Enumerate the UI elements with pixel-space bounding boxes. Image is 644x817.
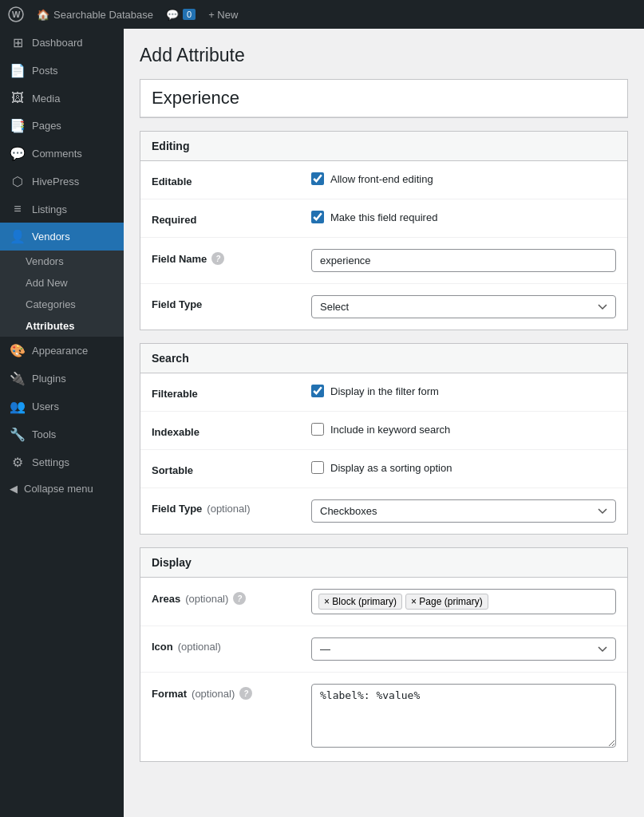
- site-name-link[interactable]: 🏠 Searchable Database: [37, 9, 153, 21]
- search-section-title: Search: [140, 344, 627, 373]
- plugins-icon: 🔌: [10, 371, 26, 386]
- sidebar-submenu: Vendors Add New Categories Attributes: [0, 251, 124, 337]
- tools-icon: 🔧: [10, 427, 26, 442]
- svg-text:W: W: [12, 10, 21, 19]
- editable-row: Editable Allow front-end editing: [140, 161, 627, 199]
- sidebar-item-settings[interactable]: ⚙ Settings: [0, 448, 124, 476]
- posts-icon: 📄: [10, 63, 26, 78]
- sidebar-item-label: Listings: [32, 203, 67, 215]
- sidebar-item-plugins[interactable]: 🔌 Plugins: [0, 365, 124, 393]
- required-checkbox-row: Make this field required: [311, 211, 616, 223]
- sidebar-item-label: Vendors: [32, 231, 70, 243]
- editable-checkbox-row: Allow front-end editing: [311, 172, 616, 185]
- editable-control: Allow front-end editing: [311, 172, 616, 185]
- filterable-control: Display in the filter form: [311, 385, 616, 397]
- indexable-checkbox-row: Include in keyword search: [311, 423, 616, 436]
- sidebar-item-label: Tools: [32, 428, 56, 440]
- sortable-row: Sortable Display as a sorting option: [140, 450, 627, 488]
- areas-help-icon[interactable]: ?: [233, 592, 246, 605]
- required-control: Make this field required: [311, 211, 616, 223]
- areas-tags-input[interactable]: × Block (primary) × Page (primary): [311, 589, 616, 614]
- sidebar-item-label: Posts: [32, 65, 58, 77]
- sidebar-item-users[interactable]: 👥 Users: [0, 393, 124, 420]
- comments-link[interactable]: 💬 0: [166, 9, 196, 21]
- editing-section-title: Editing: [140, 132, 627, 161]
- areas-optional: (optional): [185, 593, 228, 605]
- comments-nav-icon: 💬: [10, 146, 26, 161]
- filterable-row: Filterable Display in the filter form: [140, 373, 627, 412]
- field-name-input[interactable]: [311, 249, 616, 272]
- users-icon: 👥: [10, 399, 26, 414]
- editable-checkbox[interactable]: [311, 172, 324, 185]
- sortable-control: Display as a sorting option: [311, 461, 616, 474]
- field-name-label: Field Name ?: [152, 249, 311, 265]
- sidebar-sub-item-attributes[interactable]: Attributes: [0, 315, 124, 337]
- field-type-search-select[interactable]: Checkboxes: [311, 499, 616, 523]
- format-textarea[interactable]: %label%: %value%: [311, 684, 616, 748]
- areas-row: Areas (optional) ? × Block (primary) × P…: [140, 578, 627, 626]
- new-content-link[interactable]: + New: [208, 9, 238, 21]
- sidebar-item-vendors[interactable]: 👤 Vendors: [0, 223, 124, 251]
- page-title: Add Attribute: [140, 45, 628, 66]
- icon-label: Icon (optional): [152, 637, 311, 653]
- editable-checkbox-label: Allow front-end editing: [330, 173, 433, 185]
- search-section: Search Filterable Display in the filter …: [140, 343, 628, 535]
- field-type-editing-control: Select: [311, 295, 616, 318]
- format-help-icon[interactable]: ?: [239, 687, 252, 700]
- icon-control: —: [311, 637, 616, 661]
- main-content: Add Attribute Editing Editable Allow fro…: [124, 29, 644, 817]
- icon-optional: (optional): [178, 641, 221, 653]
- field-type-editing-label: Field Type: [152, 295, 311, 310]
- sortable-checkbox[interactable]: [311, 461, 324, 474]
- field-type-editing-select[interactable]: Select: [311, 295, 616, 318]
- attribute-title-input[interactable]: [140, 80, 627, 117]
- sidebar-item-posts[interactable]: 📄 Posts: [0, 57, 124, 85]
- sidebar-item-tools[interactable]: 🔧 Tools: [0, 420, 124, 448]
- sidebar-sub-item-categories[interactable]: Categories: [0, 294, 124, 315]
- sidebar-item-label: Comments: [32, 148, 82, 160]
- sidebar-item-hivepress[interactable]: ⬡ HivePress: [0, 168, 124, 195]
- sidebar-item-media[interactable]: 🖼 Media: [0, 85, 124, 112]
- settings-icon: ⚙: [10, 455, 26, 470]
- required-checkbox[interactable]: [311, 211, 324, 223]
- indexable-checkbox[interactable]: [311, 423, 324, 436]
- appearance-icon: 🎨: [10, 343, 26, 358]
- required-row: Required Make this field required: [140, 199, 627, 238]
- sidebar-sub-item-vendors[interactable]: Vendors: [0, 251, 124, 272]
- title-card: [140, 79, 628, 118]
- filterable-label: Filterable: [152, 385, 311, 400]
- media-icon: 🖼: [10, 91, 26, 105]
- admin-bar: W 🏠 Searchable Database 💬 0 + New: [0, 0, 644, 29]
- filterable-checkbox[interactable]: [311, 385, 324, 397]
- sidebar-item-dashboard[interactable]: ⊞ Dashboard: [0, 29, 124, 57]
- wp-logo-link[interactable]: W: [8, 6, 24, 22]
- field-name-help-icon[interactable]: ?: [211, 252, 224, 265]
- sidebar-item-listings[interactable]: ≡ Listings: [0, 195, 124, 223]
- field-name-control: [311, 249, 616, 272]
- sidebar-item-appearance[interactable]: 🎨 Appearance: [0, 337, 124, 365]
- filterable-checkbox-row: Display in the filter form: [311, 385, 616, 397]
- required-label: Required: [152, 211, 311, 226]
- sidebar: ⊞ Dashboard 📄 Posts 🖼 Media 📑 Pages 💬 Co…: [0, 29, 124, 817]
- sidebar-item-label: Settings: [32, 456, 69, 468]
- tag-block-primary: × Block (primary): [318, 594, 402, 610]
- collapse-icon: ◀: [10, 483, 18, 495]
- pages-icon: 📑: [10, 118, 26, 133]
- field-name-row: Field Name ?: [140, 238, 627, 284]
- format-row: Format (optional) ? %label%: %value%: [140, 673, 627, 761]
- tag-block-primary-label: × Block (primary): [324, 596, 397, 607]
- sortable-checkbox-row: Display as a sorting option: [311, 461, 616, 474]
- required-checkbox-label: Make this field required: [330, 211, 437, 223]
- listings-icon: ≡: [10, 202, 26, 216]
- layout: ⊞ Dashboard 📄 Posts 🖼 Media 📑 Pages 💬 Co…: [0, 29, 644, 817]
- sidebar-item-pages[interactable]: 📑 Pages: [0, 112, 124, 140]
- field-type-search-label: Field Type (optional): [152, 499, 311, 515]
- sidebar-item-label: Dashboard: [32, 37, 83, 49]
- indexable-label: Indexable: [152, 423, 311, 438]
- collapse-menu-button[interactable]: ◀ Collapse menu: [0, 476, 124, 501]
- sidebar-sub-item-add-new[interactable]: Add New: [0, 272, 124, 294]
- tag-page-primary: × Page (primary): [405, 594, 488, 610]
- areas-control: × Block (primary) × Page (primary): [311, 589, 616, 614]
- sidebar-item-comments[interactable]: 💬 Comments: [0, 140, 124, 168]
- icon-select[interactable]: —: [311, 637, 616, 661]
